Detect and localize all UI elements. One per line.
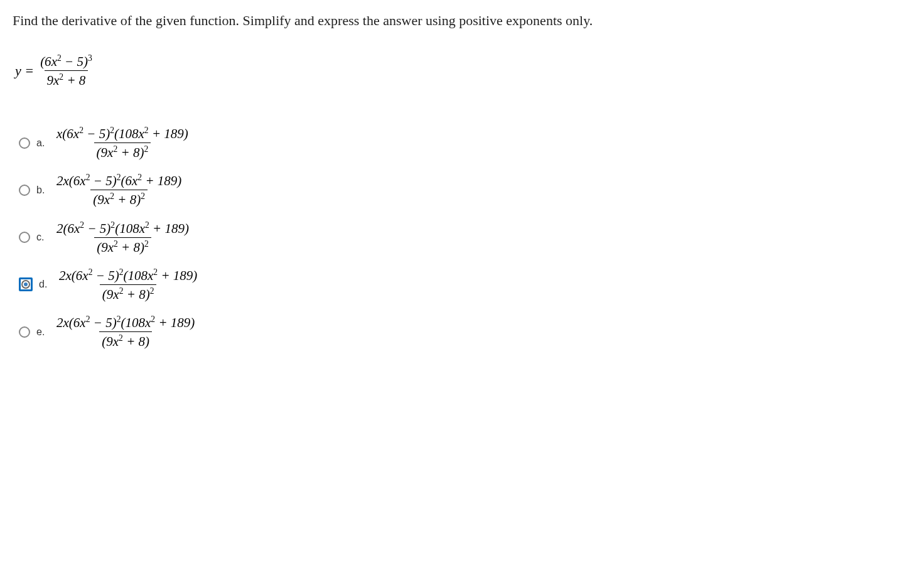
option-b-label: b.: [36, 185, 48, 196]
radio-a[interactable]: [19, 137, 30, 149]
option-c[interactable]: c. 2(6x2 − 5)2(108x2 + 189) (9x2 + 8)2: [19, 220, 911, 255]
option-d[interactable]: d. 2x(6x2 − 5)2(108x2 + 189) (9x2 + 8)2: [19, 267, 911, 302]
option-b-den: (9x2 + 8)2: [90, 190, 148, 207]
radio-d[interactable]: [19, 277, 33, 291]
option-d-num: 2x(6x2 − 5)2(108x2 + 189): [56, 267, 200, 284]
option-c-math: 2(6x2 − 5)2(108x2 + 189) (9x2 + 8)2: [54, 220, 191, 255]
option-a-den: (9x2 + 8)2: [94, 142, 151, 160]
radio-c[interactable]: [19, 232, 30, 243]
option-a-num: x(6x2 − 5)2(108x2 + 189): [54, 126, 191, 142]
option-a-math: x(6x2 − 5)2(108x2 + 189) (9x2 + 8)2: [54, 126, 191, 160]
option-d-den: (9x2 + 8)2: [100, 284, 157, 302]
option-b[interactable]: b. 2x(6x2 − 5)2(6x2 + 189) (9x2 + 8)2: [19, 173, 911, 207]
option-d-math: 2x(6x2 − 5)2(108x2 + 189) (9x2 + 8)2: [56, 267, 200, 302]
option-e-den: (9x2 + 8): [99, 331, 152, 349]
option-b-math: 2x(6x2 − 5)2(6x2 + 189) (9x2 + 8)2: [54, 173, 184, 207]
option-a-label: a.: [36, 137, 48, 149]
option-c-den: (9x2 + 8)2: [94, 237, 151, 255]
function-definition: y = (6x2 − 5)3 9x2 + 8: [15, 53, 911, 88]
option-e-num: 2x(6x2 − 5)2(108x2 + 189): [54, 314, 197, 331]
y-equals: y =: [15, 63, 34, 79]
func-numerator: (6x2 − 5)3: [38, 53, 95, 70]
option-b-num: 2x(6x2 − 5)2(6x2 + 189): [54, 173, 184, 190]
radio-e[interactable]: [19, 326, 30, 338]
option-d-label: d.: [39, 279, 50, 290]
option-e-label: e.: [36, 326, 48, 338]
option-e-math: 2x(6x2 − 5)2(108x2 + 189) (9x2 + 8): [54, 314, 197, 349]
option-a[interactable]: a. x(6x2 − 5)2(108x2 + 189) (9x2 + 8)2: [19, 126, 911, 160]
question-prompt: Find the derivative of the given functio…: [13, 10, 911, 31]
option-e[interactable]: e. 2x(6x2 − 5)2(108x2 + 189) (9x2 + 8): [19, 314, 911, 349]
options-group: a. x(6x2 − 5)2(108x2 + 189) (9x2 + 8)2 b…: [19, 126, 911, 349]
radio-d-dot: [24, 282, 28, 286]
radio-d-inner: [21, 280, 30, 289]
func-denominator: 9x2 + 8: [45, 70, 89, 88]
option-c-num: 2(6x2 − 5)2(108x2 + 189): [54, 220, 191, 237]
function-fraction: (6x2 − 5)3 9x2 + 8: [38, 53, 95, 88]
option-c-label: c.: [36, 232, 48, 243]
radio-b[interactable]: [19, 185, 30, 196]
